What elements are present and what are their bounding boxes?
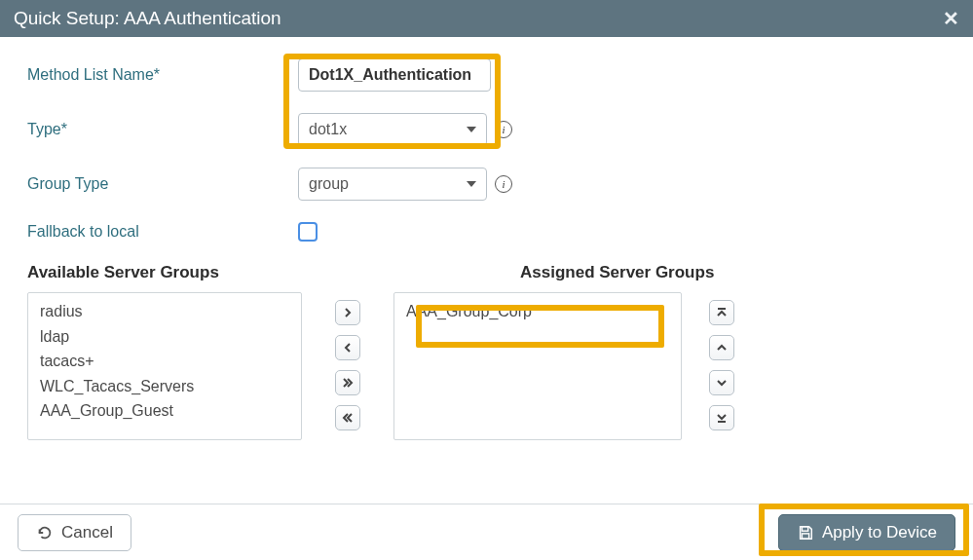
close-icon[interactable]: ✕	[943, 7, 959, 30]
assigned-groups-listbox[interactable]: AAA_Group_Corp	[393, 292, 682, 440]
list-item[interactable]: AAA_Group_Guest	[40, 398, 289, 424]
move-left-button[interactable]	[335, 335, 360, 360]
move-all-right-button[interactable]	[335, 370, 360, 395]
row-fallback: Fallback to local	[27, 222, 946, 242]
modal-title: Quick Setup: AAA Authentication	[14, 8, 281, 29]
move-bottom-button[interactable]	[709, 405, 734, 430]
order-buttons	[709, 292, 734, 430]
group-type-select-value: group	[309, 175, 467, 193]
chevron-top-icon	[716, 307, 728, 318]
label-group-type: Group Type	[27, 175, 298, 193]
row-method-list-name: Method List Name*	[27, 58, 946, 92]
label-available-groups: Available Server Groups	[27, 263, 446, 282]
list-item[interactable]: AAA_Group_Corp	[406, 299, 669, 324]
undo-icon	[36, 524, 54, 541]
apply-button-label: Apply to Device	[822, 523, 937, 542]
double-chevron-right-icon	[342, 377, 354, 389]
type-select-value: dot1x	[309, 121, 467, 138]
list-item[interactable]: WLC_Tacacs_Servers	[40, 374, 289, 399]
modal-footer: Cancel Apply to Device	[0, 504, 973, 560]
type-select[interactable]: dot1x	[298, 113, 487, 146]
dual-list: radius ldap tacacs+ WLC_Tacacs_Servers A…	[27, 292, 946, 440]
cancel-button[interactable]: Cancel	[18, 514, 131, 551]
move-top-button[interactable]	[709, 300, 734, 325]
move-right-button[interactable]	[335, 300, 360, 325]
double-chevron-left-icon	[342, 412, 354, 424]
save-icon	[797, 524, 814, 541]
chevron-bottom-icon	[716, 412, 728, 424]
label-type: Type*	[27, 121, 298, 138]
label-fallback: Fallback to local	[27, 223, 298, 241]
modal-content: Method List Name* Type* dot1x i Group Ty…	[0, 37, 973, 450]
label-assigned-groups: Assigned Server Groups	[446, 263, 714, 282]
list-item[interactable]: tacacs+	[40, 349, 289, 374]
move-all-left-button[interactable]	[335, 405, 360, 430]
move-up-button[interactable]	[709, 335, 734, 360]
dual-list-header: Available Server Groups Assigned Server …	[27, 263, 946, 282]
row-type: Type* dot1x i	[27, 113, 946, 146]
apply-button[interactable]: Apply to Device	[778, 514, 955, 551]
chevron-left-icon	[342, 342, 354, 354]
fallback-checkbox[interactable]	[298, 222, 318, 242]
caret-down-icon	[467, 181, 476, 187]
modal-titlebar: Quick Setup: AAA Authentication ✕	[0, 0, 973, 37]
move-down-button[interactable]	[709, 370, 734, 395]
info-icon[interactable]: i	[495, 175, 512, 193]
list-item[interactable]: radius	[40, 299, 289, 324]
chevron-right-icon	[342, 307, 354, 318]
svg-rect-3	[802, 533, 808, 538]
list-item[interactable]: ldap	[40, 324, 289, 350]
move-buttons	[335, 292, 360, 430]
group-type-select[interactable]: group	[298, 168, 487, 201]
available-groups-listbox[interactable]: radius ldap tacacs+ WLC_Tacacs_Servers A…	[27, 292, 302, 440]
cancel-button-label: Cancel	[61, 523, 113, 542]
chevron-up-icon	[716, 342, 728, 354]
row-group-type: Group Type group i	[27, 168, 946, 201]
caret-down-icon	[467, 127, 476, 132]
method-list-name-input[interactable]	[298, 58, 491, 92]
label-method-list-name: Method List Name*	[27, 66, 298, 84]
svg-rect-2	[802, 526, 807, 531]
info-icon[interactable]: i	[495, 121, 512, 138]
chevron-down-icon	[716, 377, 728, 389]
